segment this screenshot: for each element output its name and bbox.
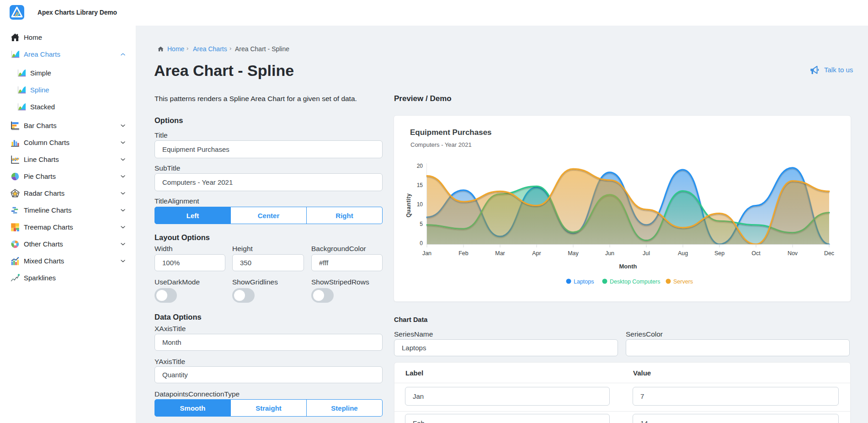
- svg-text:Jul: Jul: [643, 250, 650, 257]
- svg-text:Aug: Aug: [678, 250, 688, 257]
- svg-text:5: 5: [420, 221, 423, 227]
- svg-text:Oct: Oct: [751, 250, 761, 257]
- svg-text:Desktop Computers: Desktop Computers: [610, 278, 660, 285]
- svg-text:Jan: Jan: [422, 250, 431, 257]
- svg-text:Nov: Nov: [788, 250, 798, 257]
- svg-text:Dec: Dec: [824, 250, 834, 257]
- svg-text:Laptops: Laptops: [574, 278, 594, 285]
- svg-text:Equipment Purchases: Equipment Purchases: [410, 128, 492, 137]
- svg-text:Servers: Servers: [673, 278, 693, 285]
- svg-text:Jun: Jun: [605, 250, 614, 257]
- svg-text:Feb: Feb: [458, 250, 469, 257]
- svg-text:Computers - Year 2021: Computers - Year 2021: [410, 141, 472, 148]
- svg-text:Sep: Sep: [714, 250, 724, 257]
- svg-text:May: May: [568, 250, 579, 257]
- svg-text:Quantity: Quantity: [405, 193, 412, 218]
- svg-text:10: 10: [417, 201, 423, 208]
- svg-text:20: 20: [417, 163, 423, 169]
- svg-text:Apr: Apr: [532, 250, 541, 257]
- svg-text:15: 15: [417, 182, 423, 188]
- svg-text:Mar: Mar: [495, 250, 505, 257]
- svg-text:Month: Month: [619, 263, 637, 270]
- svg-text:0: 0: [420, 240, 423, 246]
